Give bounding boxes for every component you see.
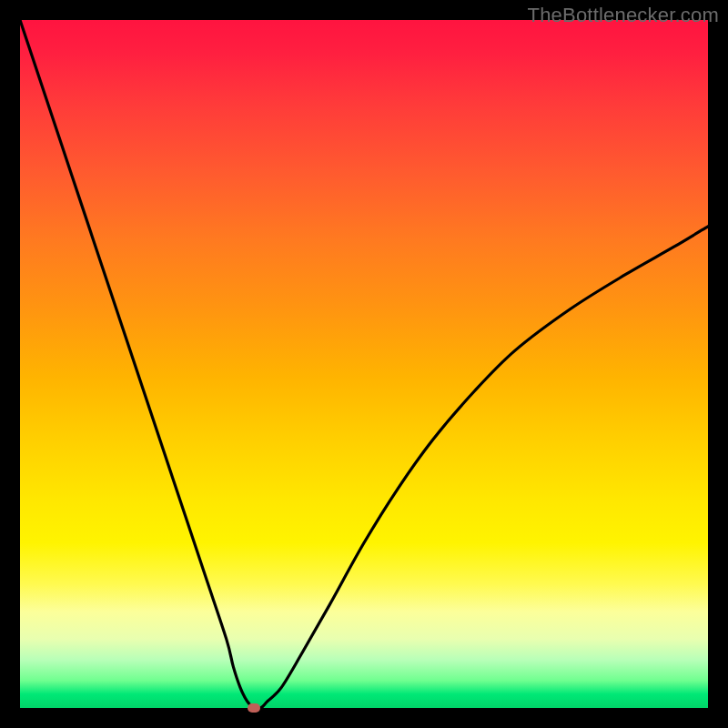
watermark-text: TheBottlenecker.com bbox=[528, 4, 719, 27]
minimum-marker bbox=[248, 703, 260, 713]
curve-path bbox=[20, 20, 708, 709]
bottleneck-curve bbox=[20, 20, 708, 708]
chart-plot-area bbox=[20, 20, 708, 708]
